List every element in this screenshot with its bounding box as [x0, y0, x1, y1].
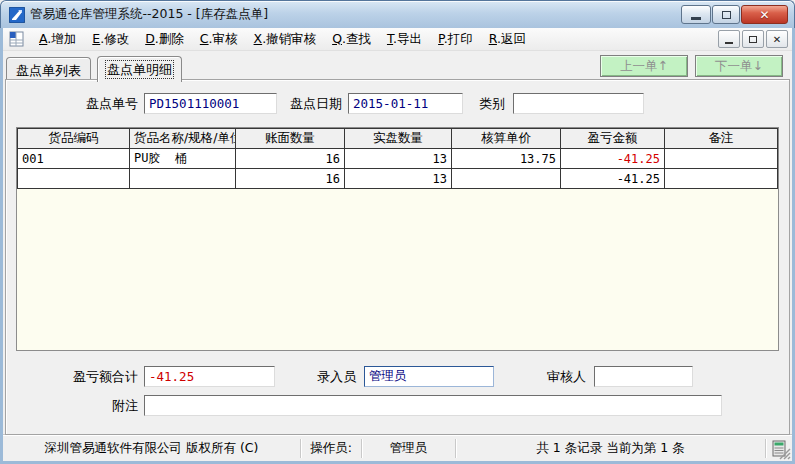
- totals-row: 16 13 -41.25: [18, 169, 778, 189]
- menu-item-delete[interactable]: D.删除: [137, 29, 192, 50]
- cell-remark: [665, 149, 778, 169]
- col-header-book-qty[interactable]: 账面数量: [236, 129, 345, 149]
- note-label: 附注: [6, 397, 138, 415]
- totals-name: [130, 169, 236, 189]
- minimize-button[interactable]: [681, 5, 711, 24]
- app-window: 管易通仓库管理系统--2015 - [库存盘点单] ✕ A.增加 E.修改 D.…: [0, 0, 795, 464]
- detail-panel: 盘点单号 盘点日期 类别 货品编码 货品名称/规格/单位: [5, 79, 790, 435]
- cell-unit-price: 13.75: [452, 149, 561, 169]
- menu-item-print[interactable]: P.打印: [430, 29, 481, 50]
- date-label: 盘点日期: [290, 95, 342, 113]
- category-input[interactable]: [513, 93, 644, 114]
- totals-remark: [665, 169, 778, 189]
- table-row[interactable]: 001 PU胶 桶 16 13 13.75 -41.25: [18, 149, 778, 169]
- menu-item-add[interactable]: A.增加: [31, 29, 84, 50]
- date-input[interactable]: [348, 93, 463, 114]
- record-nav: 上一单↑ 下一单↓: [600, 55, 783, 77]
- order-no-input[interactable]: [144, 93, 277, 114]
- tab-detail[interactable]: 盘点单明细: [97, 56, 182, 82]
- table-header-row: 货品编码 货品名称/规格/单位 账面数量 实盘数量 核算单价 盈亏金额 备注: [18, 129, 778, 149]
- resize-grip[interactable]: [778, 447, 791, 460]
- statusbar-icon-cell: [766, 436, 792, 461]
- mdi-minimize-button[interactable]: [718, 30, 740, 48]
- col-header-profit-loss[interactable]: 盈亏金额: [561, 129, 665, 149]
- cell-name: PU胶 桶: [130, 149, 236, 169]
- col-header-name[interactable]: 货品名称/规格/单位: [130, 129, 236, 149]
- mdi-close-button[interactable]: ✕: [766, 30, 788, 48]
- col-header-remark[interactable]: 备注: [665, 129, 778, 149]
- items-grid: 货品编码 货品名称/规格/单位 账面数量 实盘数量 核算单价 盈亏金额 备注 0…: [16, 127, 779, 351]
- mdi-restore-button[interactable]: [742, 30, 764, 48]
- items-table: 货品编码 货品名称/规格/单位 账面数量 实盘数量 核算单价 盈亏金额 备注 0…: [17, 128, 778, 189]
- entry-clerk-input[interactable]: [364, 366, 494, 387]
- auditor-input[interactable]: [594, 366, 693, 387]
- menu-bar: A.增加 E.修改 D.删除 C.审核 X.撤销审核 Q.查找 T.导出 P.打…: [3, 28, 792, 51]
- col-header-actual-qty[interactable]: 实盘数量: [345, 129, 452, 149]
- window-frame: A.增加 E.修改 D.删除 C.审核 X.撤销审核 Q.查找 T.导出 P.打…: [0, 28, 795, 464]
- restore-button[interactable]: [712, 5, 740, 24]
- cell-code: 001: [18, 149, 130, 169]
- menu-item-export[interactable]: T.导出: [379, 29, 430, 50]
- col-header-code[interactable]: 货品编码: [18, 129, 130, 149]
- header-form-row: 盘点单号 盘点日期 类别: [6, 93, 779, 114]
- totals-profit-loss: -41.25: [561, 169, 665, 189]
- entry-clerk-label: 录入员: [317, 368, 356, 386]
- app-logo-icon: [9, 7, 25, 23]
- title-bar: 管易通仓库管理系统--2015 - [库存盘点单] ✕: [0, 0, 795, 28]
- totals-book-qty: 16: [236, 169, 345, 189]
- order-no-label: 盘点单号: [6, 95, 138, 113]
- window-controls: ✕: [681, 5, 788, 24]
- category-label: 类别: [479, 95, 505, 113]
- col-header-unit-price[interactable]: 核算单价: [452, 129, 561, 149]
- close-icon: ✕: [759, 9, 769, 21]
- menu-item-edit[interactable]: E.修改: [84, 29, 137, 50]
- tab-strip: 盘点单列表 盘点单明细 上一单↑ 下一单↓: [3, 51, 792, 79]
- record-count-text: 共 1 条记录 当前为第 1 条: [456, 436, 765, 461]
- next-record-button[interactable]: 下一单↓: [695, 55, 783, 77]
- close-button[interactable]: ✕: [741, 5, 788, 24]
- minimize-icon: [691, 17, 701, 20]
- profit-total-label: 盈亏额合计: [6, 368, 138, 386]
- operator-label: 操作员:: [301, 436, 361, 461]
- footer-form-row-2: 附注: [6, 395, 779, 416]
- status-bar: 深圳管易通软件有限公司 版权所有 (C) 操作员: 管理员 共 1 条记录 当前…: [3, 435, 792, 461]
- auditor-label: 审核人: [547, 368, 586, 386]
- mdi-document-icon: [8, 31, 25, 47]
- operator-value: 管理员: [362, 436, 455, 461]
- menu-item-find[interactable]: Q.查找: [324, 29, 379, 50]
- window-title: 管易通仓库管理系统--2015 - [库存盘点单]: [30, 6, 268, 23]
- menu-item-return[interactable]: R.返回: [481, 29, 534, 50]
- cell-actual-qty: 13: [345, 149, 452, 169]
- footer-form-row-1: 盈亏额合计 录入员 审核人: [6, 366, 779, 387]
- copyright-text: 深圳管易通软件有限公司 版权所有 (C): [3, 436, 300, 461]
- prev-record-button[interactable]: 上一单↑: [600, 55, 688, 77]
- restore-icon: [722, 11, 731, 19]
- profit-total-input[interactable]: [144, 366, 275, 387]
- cell-book-qty: 16: [236, 149, 345, 169]
- menu-item-cancel-audit[interactable]: X.撤销审核: [246, 29, 325, 50]
- mdi-restore-icon: [749, 36, 757, 43]
- totals-actual-qty: 13: [345, 169, 452, 189]
- cell-profit-loss: -41.25: [561, 149, 665, 169]
- mdi-window-controls: ✕: [718, 30, 788, 48]
- menu-item-audit[interactable]: C.审核: [192, 29, 246, 50]
- totals-code: [18, 169, 130, 189]
- mdi-minimize-icon: [725, 42, 733, 44]
- totals-unit-price: [452, 169, 561, 189]
- note-input[interactable]: [144, 395, 722, 416]
